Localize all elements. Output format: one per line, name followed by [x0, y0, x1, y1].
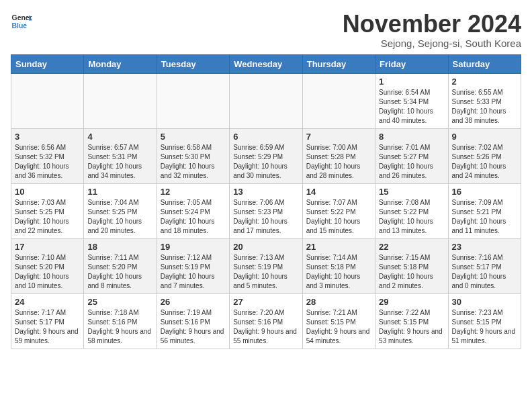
day-info: Sunrise: 7:03 AM Sunset: 5:25 PM Dayligh… — [15, 198, 80, 236]
day-number: 12 — [161, 187, 226, 197]
day-info: Sunrise: 7:05 AM Sunset: 5:24 PM Dayligh… — [161, 198, 226, 236]
day-number: 15 — [379, 187, 444, 197]
day-number: 4 — [87, 132, 152, 142]
svg-text:Blue: Blue — [12, 22, 28, 30]
day-number: 3 — [15, 132, 80, 142]
calendar-cell — [157, 73, 229, 128]
day-number: 29 — [379, 297, 444, 307]
weekday-header: Sunday — [11, 54, 84, 73]
calendar-week-row: 3Sunrise: 6:56 AM Sunset: 5:32 PM Daylig… — [11, 128, 521, 183]
calendar-cell: 16Sunrise: 7:09 AM Sunset: 5:21 PM Dayli… — [448, 183, 521, 238]
calendar-cell — [230, 73, 302, 128]
day-number: 13 — [233, 187, 298, 197]
day-number: 21 — [306, 242, 371, 252]
day-number: 1 — [379, 77, 444, 87]
calendar-cell: 11Sunrise: 7:04 AM Sunset: 5:25 PM Dayli… — [84, 183, 157, 238]
calendar-cell — [84, 73, 157, 128]
calendar-cell: 21Sunrise: 7:14 AM Sunset: 5:18 PM Dayli… — [302, 238, 375, 293]
day-info: Sunrise: 7:13 AM Sunset: 5:19 PM Dayligh… — [233, 253, 298, 291]
calendar-cell: 22Sunrise: 7:15 AM Sunset: 5:18 PM Dayli… — [375, 238, 448, 293]
day-info: Sunrise: 7:21 AM Sunset: 5:15 PM Dayligh… — [306, 308, 371, 346]
day-info: Sunrise: 7:09 AM Sunset: 5:21 PM Dayligh… — [452, 198, 517, 236]
day-number: 24 — [15, 297, 80, 307]
calendar-week-row: 1Sunrise: 6:54 AM Sunset: 5:34 PM Daylig… — [11, 73, 521, 128]
day-info: Sunrise: 7:08 AM Sunset: 5:22 PM Dayligh… — [379, 198, 444, 236]
calendar-week-row: 24Sunrise: 7:17 AM Sunset: 5:17 PM Dayli… — [11, 293, 521, 349]
day-number: 30 — [452, 297, 517, 307]
day-info: Sunrise: 7:00 AM Sunset: 5:28 PM Dayligh… — [306, 143, 371, 181]
day-number: 25 — [87, 297, 152, 307]
day-info: Sunrise: 7:10 AM Sunset: 5:20 PM Dayligh… — [15, 253, 80, 291]
day-info: Sunrise: 6:55 AM Sunset: 5:33 PM Dayligh… — [452, 88, 517, 126]
day-number: 18 — [87, 242, 152, 252]
day-info: Sunrise: 7:15 AM Sunset: 5:18 PM Dayligh… — [379, 253, 444, 291]
day-info: Sunrise: 6:56 AM Sunset: 5:32 PM Dayligh… — [15, 143, 80, 181]
day-info: Sunrise: 7:20 AM Sunset: 5:16 PM Dayligh… — [233, 308, 298, 346]
day-info: Sunrise: 7:12 AM Sunset: 5:19 PM Dayligh… — [161, 253, 226, 291]
day-number: 19 — [161, 242, 226, 252]
calendar-cell: 6Sunrise: 6:59 AM Sunset: 5:29 PM Daylig… — [230, 128, 302, 183]
calendar-cell: 1Sunrise: 6:54 AM Sunset: 5:34 PM Daylig… — [375, 73, 448, 128]
month-title: November 2024 — [343, 11, 521, 38]
day-info: Sunrise: 7:04 AM Sunset: 5:25 PM Dayligh… — [87, 198, 152, 236]
calendar-cell: 17Sunrise: 7:10 AM Sunset: 5:20 PM Dayli… — [11, 238, 84, 293]
day-info: Sunrise: 6:57 AM Sunset: 5:31 PM Dayligh… — [87, 143, 152, 181]
day-number: 17 — [15, 242, 80, 252]
day-info: Sunrise: 7:18 AM Sunset: 5:16 PM Dayligh… — [87, 308, 152, 346]
calendar-cell — [11, 73, 84, 128]
calendar-cell: 24Sunrise: 7:17 AM Sunset: 5:17 PM Dayli… — [11, 293, 84, 349]
calendar-cell: 2Sunrise: 6:55 AM Sunset: 5:33 PM Daylig… — [448, 73, 521, 128]
calendar-cell: 13Sunrise: 7:06 AM Sunset: 5:23 PM Dayli… — [230, 183, 302, 238]
day-number: 28 — [306, 297, 371, 307]
calendar-cell: 25Sunrise: 7:18 AM Sunset: 5:16 PM Dayli… — [84, 293, 157, 349]
calendar-cell: 20Sunrise: 7:13 AM Sunset: 5:19 PM Dayli… — [230, 238, 302, 293]
calendar-week-row: 10Sunrise: 7:03 AM Sunset: 5:25 PM Dayli… — [11, 183, 521, 238]
weekday-header: Thursday — [302, 54, 375, 73]
day-number: 8 — [379, 132, 444, 142]
day-info: Sunrise: 6:54 AM Sunset: 5:34 PM Dayligh… — [379, 88, 444, 126]
calendar-table: SundayMondayTuesdayWednesdayThursdayFrid… — [11, 54, 521, 349]
day-number: 14 — [306, 187, 371, 197]
day-number: 10 — [15, 187, 80, 197]
calendar-cell: 4Sunrise: 6:57 AM Sunset: 5:31 PM Daylig… — [84, 128, 157, 183]
calendar-cell: 18Sunrise: 7:11 AM Sunset: 5:20 PM Dayli… — [84, 238, 157, 293]
weekday-header: Saturday — [448, 54, 521, 73]
calendar-cell: 28Sunrise: 7:21 AM Sunset: 5:15 PM Dayli… — [302, 293, 375, 349]
day-number: 16 — [452, 187, 517, 197]
calendar-cell: 3Sunrise: 6:56 AM Sunset: 5:32 PM Daylig… — [11, 128, 84, 183]
day-info: Sunrise: 6:58 AM Sunset: 5:30 PM Dayligh… — [161, 143, 226, 181]
day-number: 20 — [233, 242, 298, 252]
logo-icon: General Blue — [11, 11, 32, 32]
calendar-cell: 9Sunrise: 7:02 AM Sunset: 5:26 PM Daylig… — [448, 128, 521, 183]
calendar-cell: 19Sunrise: 7:12 AM Sunset: 5:19 PM Dayli… — [157, 238, 229, 293]
calendar-header-row: SundayMondayTuesdayWednesdayThursdayFrid… — [11, 54, 521, 73]
day-info: Sunrise: 7:14 AM Sunset: 5:18 PM Dayligh… — [306, 253, 371, 291]
calendar-cell: 12Sunrise: 7:05 AM Sunset: 5:24 PM Dayli… — [157, 183, 229, 238]
day-info: Sunrise: 7:22 AM Sunset: 5:15 PM Dayligh… — [379, 308, 444, 346]
day-number: 11 — [87, 187, 152, 197]
calendar-cell: 27Sunrise: 7:20 AM Sunset: 5:16 PM Dayli… — [230, 293, 302, 349]
calendar-cell: 15Sunrise: 7:08 AM Sunset: 5:22 PM Dayli… — [375, 183, 448, 238]
day-info: Sunrise: 7:16 AM Sunset: 5:17 PM Dayligh… — [452, 253, 517, 291]
day-number: 7 — [306, 132, 371, 142]
calendar-cell: 23Sunrise: 7:16 AM Sunset: 5:17 PM Dayli… — [448, 238, 521, 293]
day-info: Sunrise: 7:11 AM Sunset: 5:20 PM Dayligh… — [87, 253, 152, 291]
day-number: 6 — [233, 132, 298, 142]
day-number: 22 — [379, 242, 444, 252]
calendar-cell: 8Sunrise: 7:01 AM Sunset: 5:27 PM Daylig… — [375, 128, 448, 183]
calendar-cell — [302, 73, 375, 128]
weekday-header: Tuesday — [157, 54, 229, 73]
day-number: 9 — [452, 132, 517, 142]
day-number: 26 — [161, 297, 226, 307]
calendar-cell: 29Sunrise: 7:22 AM Sunset: 5:15 PM Dayli… — [375, 293, 448, 349]
day-number: 23 — [452, 242, 517, 252]
calendar-cell: 7Sunrise: 7:00 AM Sunset: 5:28 PM Daylig… — [302, 128, 375, 183]
calendar-cell: 14Sunrise: 7:07 AM Sunset: 5:22 PM Dayli… — [302, 183, 375, 238]
day-info: Sunrise: 7:01 AM Sunset: 5:27 PM Dayligh… — [379, 143, 444, 181]
calendar-cell: 26Sunrise: 7:19 AM Sunset: 5:16 PM Dayli… — [157, 293, 229, 349]
logo: General Blue — [11, 11, 32, 32]
day-number: 2 — [452, 77, 517, 87]
calendar-cell: 30Sunrise: 7:23 AM Sunset: 5:15 PM Dayli… — [448, 293, 521, 349]
day-info: Sunrise: 7:17 AM Sunset: 5:17 PM Dayligh… — [15, 308, 80, 346]
calendar-cell: 10Sunrise: 7:03 AM Sunset: 5:25 PM Dayli… — [11, 183, 84, 238]
